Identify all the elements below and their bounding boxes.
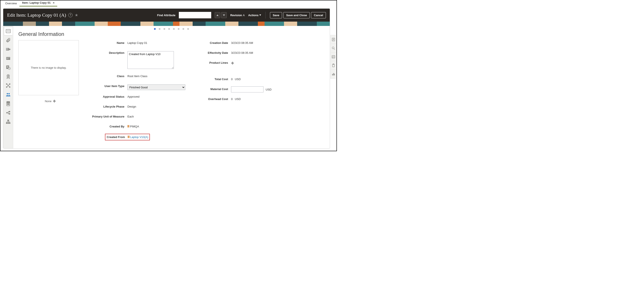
created-from-link[interactable]: Laptop V10(A): [130, 136, 148, 139]
created-by-value: PIMQA: [130, 125, 139, 128]
page-dot[interactable]: [154, 28, 156, 30]
primary-uom-value: Each: [128, 114, 186, 118]
page-dot[interactable]: [164, 28, 165, 30]
drawer-search-icon[interactable]: [331, 44, 336, 52]
find-attribute-label: Find Attribute: [157, 14, 176, 17]
svg-rect-62: [332, 56, 335, 58]
svg-rect-19: [7, 58, 8, 59]
help-icon[interactable]: ?: [68, 13, 72, 17]
rail-calculator-icon[interactable]: [4, 99, 12, 108]
class-label: Class: [84, 74, 128, 78]
cancel-button[interactable]: Cancel: [311, 12, 326, 18]
tab-item[interactable]: Item: Laptop Copy 01 ✕: [20, 0, 57, 6]
approval-status-value: Approved: [128, 94, 186, 98]
svg-rect-67: [332, 74, 333, 76]
person-flag-icon: [128, 125, 129, 128]
created-from-highlight-box: Created From Laptop V10(A): [105, 134, 150, 140]
svg-rect-45: [9, 111, 10, 112]
tab-item-close-icon[interactable]: ✕: [53, 2, 55, 4]
material-cost-input[interactable]: [231, 86, 264, 92]
overhead-cost-label: Overhead Cost: [188, 96, 231, 101]
effectivity-date-value: 3/23/23 08:35 AM: [231, 50, 278, 54]
left-icon-rail: [3, 26, 13, 148]
page-header: Edit Item: Laptop Copy 01 (A) ? ★ Find A…: [3, 9, 330, 22]
page-dot[interactable]: [159, 28, 160, 30]
rail-building-icon[interactable]: [4, 54, 12, 63]
svg-point-38: [7, 104, 8, 104]
rail-hierarchy-icon[interactable]: [4, 118, 12, 126]
page-dot[interactable]: [168, 28, 170, 30]
page-dot[interactable]: [173, 28, 175, 30]
svg-rect-53: [6, 123, 7, 124]
overhead-cost-value: 0: [231, 98, 232, 101]
description-textarea[interactable]: Created from Laptop V10: [128, 51, 174, 69]
svg-rect-12: [6, 57, 10, 60]
add-image-icon[interactable]: ✚: [53, 99, 56, 103]
approval-status-label: Approval Status: [84, 94, 128, 98]
svg-point-43: [9, 104, 9, 105]
drawer-clipboard-icon[interactable]: [331, 61, 336, 70]
user-item-type-select[interactable]: Finished Good: [128, 84, 185, 90]
find-attribute-next-button[interactable]: [221, 12, 227, 18]
svg-point-60: [332, 47, 334, 49]
drawer-checklist-icon[interactable]: [331, 52, 336, 61]
page-indicator-dots: [18, 27, 324, 30]
drawer-details-icon[interactable]: [331, 35, 336, 44]
rail-general-info-icon[interactable]: [4, 27, 12, 36]
svg-rect-0: [6, 30, 10, 33]
find-attribute-input[interactable]: [179, 12, 211, 18]
rail-attachments-icon[interactable]: [4, 36, 12, 44]
lifecycle-phase-value: Design: [128, 104, 186, 108]
svg-rect-20: [8, 58, 8, 59]
rail-building-cube-icon[interactable]: [4, 45, 12, 54]
rail-quality-ribbon-icon[interactable]: [4, 72, 12, 81]
tab-overview-label: Overview: [5, 2, 17, 5]
item-image-placeholder: There is no image to display.: [18, 40, 79, 95]
material-cost-label: Material Cost: [188, 86, 231, 91]
svg-rect-55: [9, 123, 10, 124]
effectivity-date-label: Effectivity Date: [188, 50, 231, 54]
svg-rect-13: [7, 58, 7, 58]
total-cost-unit: USD: [235, 78, 240, 81]
rail-document-clock-icon[interactable]: [4, 63, 12, 72]
favorite-star-icon[interactable]: ★: [75, 13, 78, 18]
name-label: Name: [84, 40, 128, 44]
chevron-up-icon: [216, 14, 218, 16]
rail-relationships-icon[interactable]: [4, 81, 12, 90]
page-title: Edit Item: Laptop Copy 01 (A): [7, 12, 66, 18]
svg-rect-9: [6, 49, 7, 50]
svg-line-61: [334, 48, 335, 50]
lifecycle-phase-label: Lifecycle Phase: [84, 104, 128, 108]
rail-structure-tree-icon[interactable]: [4, 108, 12, 117]
person-flag-icon: [128, 136, 130, 138]
drawer-chart-icon[interactable]: [331, 70, 336, 78]
page-dot[interactable]: [182, 28, 184, 30]
svg-rect-8: [8, 48, 8, 49]
svg-point-40: [9, 104, 9, 104]
divider: [266, 12, 266, 18]
class-value: Root Item Class: [128, 74, 186, 78]
svg-rect-14: [7, 58, 8, 58]
created-by-label: Created By: [84, 124, 128, 128]
find-attribute-prev-button[interactable]: [215, 12, 220, 18]
actions-menu[interactable]: Actions: [248, 14, 261, 17]
add-product-line-icon[interactable]: ✚: [231, 61, 234, 65]
svg-point-34: [7, 93, 8, 94]
svg-rect-15: [8, 58, 8, 58]
page-dot[interactable]: [178, 28, 180, 30]
total-cost-value: 0: [231, 78, 232, 81]
svg-rect-68: [333, 73, 334, 76]
save-button[interactable]: Save: [270, 12, 282, 18]
chevron-down-icon: [259, 14, 261, 16]
tab-overview[interactable]: Overview: [2, 1, 20, 6]
creation-date-value: 3/23/23 08:35 AM: [231, 40, 278, 44]
svg-rect-46: [9, 114, 10, 114]
save-and-close-button[interactable]: Save and Close: [283, 12, 310, 18]
rail-people-icon[interactable]: [4, 90, 12, 99]
svg-point-42: [8, 104, 8, 105]
svg-rect-10: [7, 49, 7, 50]
page-dot[interactable]: [187, 28, 189, 30]
product-lines-label: Product Lines: [188, 60, 231, 64]
decorative-banner: [3, 22, 330, 26]
svg-rect-16: [9, 58, 9, 58]
